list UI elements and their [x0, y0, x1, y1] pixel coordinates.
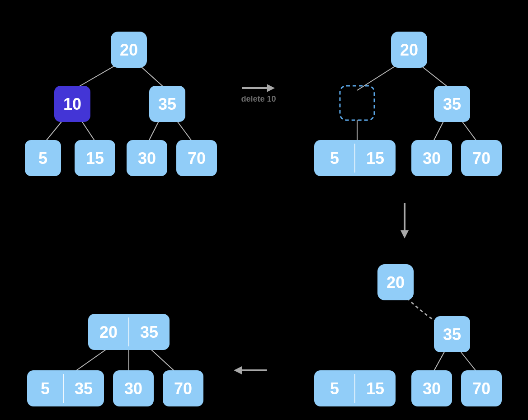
- node-value: 20: [400, 41, 418, 59]
- node-value: 5: [41, 379, 50, 398]
- node-value: 35: [140, 323, 158, 341]
- svg-marker-14: [267, 84, 275, 92]
- node-value: 70: [472, 379, 490, 398]
- node-value: 35: [158, 95, 176, 113]
- node-value: 15: [86, 149, 104, 168]
- node-value: 5: [330, 379, 339, 398]
- deleted-slot: [340, 86, 374, 120]
- arrow-right-1: delete 10: [241, 84, 276, 103]
- node-value: 5: [38, 149, 47, 168]
- node-value: 20: [387, 273, 405, 292]
- node-value: 10: [63, 95, 81, 113]
- step1: 20 10 35 5 15 30 70: [25, 32, 217, 176]
- step4: 20 35 5 35 30 70: [27, 314, 203, 406]
- node-value: 15: [366, 379, 384, 398]
- svg-marker-38: [234, 366, 242, 374]
- node-value: 30: [423, 379, 441, 398]
- arrow-caption: delete 10: [241, 94, 276, 103]
- node-value: 35: [75, 379, 93, 398]
- node-value: 35: [443, 325, 461, 344]
- svg-marker-27: [401, 230, 409, 238]
- node-value: 70: [174, 379, 192, 398]
- node-value: 70: [188, 149, 206, 168]
- step3: 20 35 5 15 30 70: [314, 264, 502, 406]
- node-value: 20: [120, 41, 138, 59]
- arrow-down: [401, 203, 409, 238]
- node-value: 70: [472, 149, 490, 168]
- node-value: 30: [138, 149, 156, 168]
- btree-delete-diagram: 20 10 35 5 15 30 70 delete 10 20: [0, 0, 528, 420]
- node-value: 5: [330, 149, 339, 168]
- node-value: 20: [99, 323, 118, 341]
- node-value: 35: [443, 95, 461, 113]
- node-value: 30: [423, 149, 441, 168]
- node-value: 30: [124, 379, 142, 398]
- node-value: 15: [366, 149, 384, 168]
- step2: 20 35 5 15 30 70: [314, 32, 502, 176]
- arrow-left: [234, 366, 267, 374]
